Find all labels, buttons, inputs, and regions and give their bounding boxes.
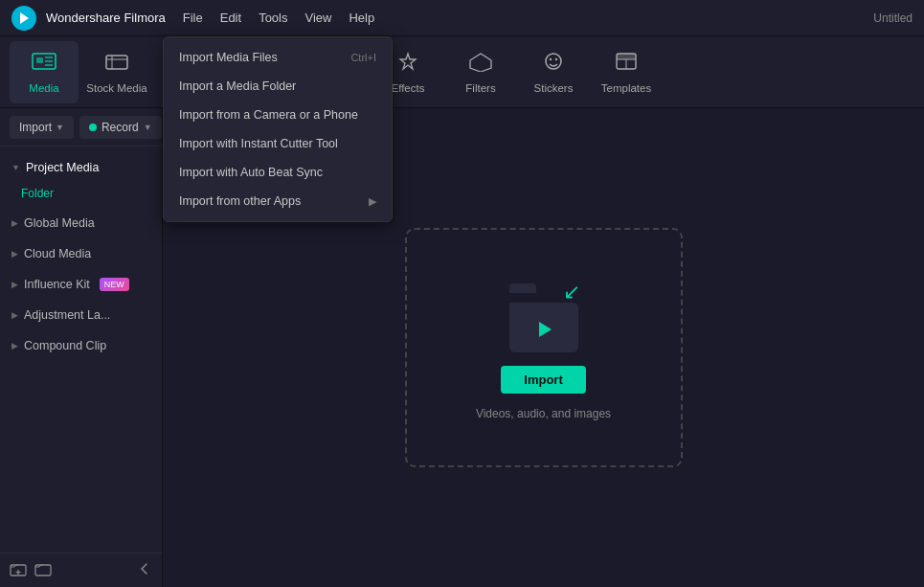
submenu-arrow-icon: ▶: [369, 195, 376, 208]
record-dot-icon: [89, 124, 97, 131]
sidebar-nav: ▼ Project Media Folder ▶ Global Media ▶ …: [0, 147, 162, 553]
app-name: Wondershare Filmora: [46, 11, 166, 25]
sidebar-item-adjustment-layer[interactable]: ▶ Adjustment La...: [0, 300, 162, 330]
chevron-right-icon: ▶: [11, 280, 18, 289]
sidebar-item-global-media[interactable]: ▶ Global Media: [0, 208, 162, 238]
global-media-label: Global Media: [24, 216, 95, 230]
toolbar-btn-templates[interactable]: Templates: [592, 41, 661, 103]
import-camera-label: Import from a Camera or a Phone: [179, 108, 358, 122]
influence-kit-label: Influence Kit: [24, 278, 90, 291]
menu-edit[interactable]: Edit: [220, 7, 241, 29]
folder-label: Folder: [21, 187, 54, 200]
record-button[interactable]: Record ▼: [79, 116, 162, 139]
chevron-right-icon: ▶: [11, 218, 18, 228]
app-logo: [11, 6, 36, 31]
stickers-icon: [541, 51, 566, 78]
templates-label: Templates: [601, 82, 651, 94]
dropdown-import-camera[interactable]: Import from a Camera or a Phone: [164, 101, 392, 129]
import-instant-cutter-label: Import with Instant Cutter Tool: [179, 137, 338, 150]
chevron-right-icon: ▶: [11, 310, 18, 320]
new-folder-icon[interactable]: [34, 561, 52, 580]
add-folder-icon[interactable]: [10, 561, 27, 580]
toolbar-btn-stock-media[interactable]: Stock Media: [82, 41, 151, 103]
import-media-files-label: Import Media Files: [179, 51, 278, 64]
import-cta-button[interactable]: Import: [501, 366, 585, 394]
folder-shape: [509, 303, 578, 352]
drop-zone: ↙ Import Videos, audio, and images: [405, 228, 683, 467]
effects-icon: [395, 51, 420, 78]
menu-file[interactable]: File: [183, 7, 203, 29]
svg-rect-2: [36, 57, 43, 63]
svg-point-15: [550, 57, 552, 59]
filters-icon: [468, 51, 493, 78]
stock-media-icon: [104, 51, 129, 78]
menu-bar: File Edit Tools View Help: [183, 7, 374, 29]
toolbar-btn-stickers[interactable]: Stickers: [519, 41, 588, 103]
toolbar: Media Stock Media Audio T Titles: [0, 36, 924, 108]
import-other-apps-label: Import from other Apps: [179, 194, 301, 208]
arrow-down-icon: ↙: [563, 280, 580, 305]
import-dropdown-menu: Import Media Files Ctrl+I Import a Media…: [163, 36, 393, 222]
dropdown-import-other-apps[interactable]: Import from other Apps ▶: [164, 187, 392, 215]
dropdown-import-auto-beat[interactable]: Import with Auto Beat Sync: [164, 158, 392, 187]
media-icon: [32, 51, 56, 78]
svg-marker-13: [470, 54, 491, 72]
folder-button[interactable]: Folder: [0, 183, 162, 208]
main: Import ▼ Record ▼ ⚗ ··· ▼ Project Media: [0, 108, 924, 587]
cloud-media-label: Cloud Media: [24, 247, 91, 260]
filters-label: Filters: [465, 82, 495, 94]
dropdown-import-media-folder[interactable]: Import a Media Folder: [164, 72, 392, 101]
drop-icon: ↙: [506, 276, 582, 352]
compound-clip-label: Compound Clip: [24, 339, 106, 352]
chevron-right-icon: ▶: [11, 249, 18, 259]
svg-rect-6: [106, 56, 127, 69]
import-media-folder-label: Import a Media Folder: [179, 79, 296, 93]
folder-item: Folder: [0, 183, 162, 208]
toolbar-btn-media[interactable]: Media: [10, 41, 79, 103]
menu-view[interactable]: View: [304, 7, 331, 29]
adjustment-layer-label: Adjustment La...: [24, 308, 110, 322]
collapse-sidebar-icon[interactable]: [137, 561, 152, 580]
stickers-label: Stickers: [534, 82, 574, 94]
dropdown-import-media-files[interactable]: Import Media Files Ctrl+I: [164, 43, 392, 72]
menu-help[interactable]: Help: [349, 7, 374, 29]
svg-point-16: [555, 57, 557, 59]
svg-rect-18: [617, 54, 636, 59]
sidebar: Import ▼ Record ▼ ⚗ ··· ▼ Project Media: [0, 108, 163, 587]
chevron-right-icon: ▶: [11, 341, 18, 350]
titlebar: Wondershare Filmora File Edit Tools View…: [0, 0, 924, 36]
import-auto-beat-label: Import with Auto Beat Sync: [179, 166, 323, 179]
import-label: Import: [19, 121, 52, 134]
toolbar-btn-filters[interactable]: Filters: [446, 41, 515, 103]
chevron-down-icon: ▼: [11, 163, 20, 172]
svg-marker-25: [539, 322, 552, 337]
media-label: Media: [29, 82, 58, 94]
dropdown-import-instant-cutter[interactable]: Import with Instant Cutter Tool: [164, 129, 392, 158]
import-caret-icon: ▼: [56, 123, 64, 132]
sidebar-header: Import ▼ Record ▼ ⚗ ···: [0, 108, 162, 147]
record-label: Record: [101, 121, 139, 134]
import-button[interactable]: Import ▼: [10, 116, 74, 139]
drop-hint-text: Videos, audio, and images: [476, 407, 611, 420]
record-caret-icon: ▼: [144, 123, 152, 132]
new-badge: NEW: [100, 278, 129, 291]
project-media-label: Project Media: [26, 161, 99, 174]
folder-tab: [509, 283, 536, 293]
templates-icon: [614, 51, 639, 78]
window-title: Untitled: [873, 11, 913, 25]
effects-label: Effects: [392, 82, 425, 94]
sidebar-item-project-media[interactable]: ▼ Project Media: [0, 152, 162, 183]
sidebar-item-compound-clip[interactable]: ▶ Compound Clip: [0, 330, 162, 361]
menu-tools[interactable]: Tools: [259, 7, 287, 29]
svg-marker-0: [20, 12, 29, 24]
sidebar-bottom: [0, 553, 162, 587]
sidebar-item-influence-kit[interactable]: ▶ Influence Kit NEW: [0, 269, 162, 300]
sidebar-item-cloud-media[interactable]: ▶ Cloud Media: [0, 238, 162, 269]
filmora-logo-icon: [530, 316, 557, 343]
import-media-files-shortcut: Ctrl+I: [350, 52, 376, 63]
stock-media-label: Stock Media: [86, 82, 146, 94]
